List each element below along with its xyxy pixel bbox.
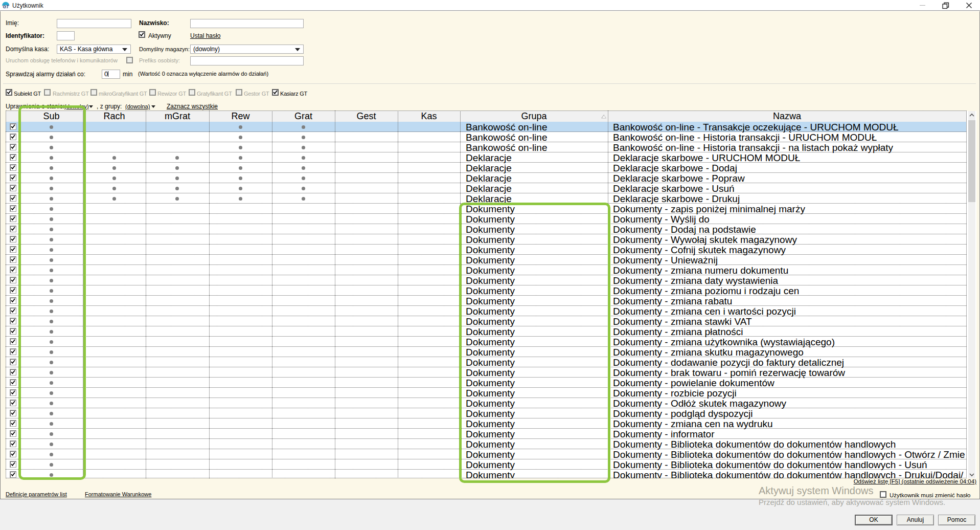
svg-text:GT: GT [3,4,10,9]
